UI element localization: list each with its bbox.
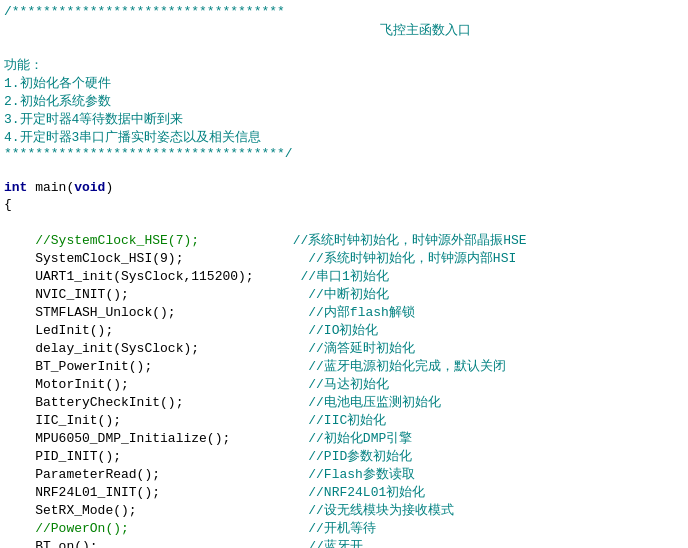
line-12-content: { [4,197,684,212]
code-line-18: STMFLASH_Unlock(); //内部flash解锁 [0,303,688,321]
code-line-23: BatteryCheckInit(); //电池电压监测初始化 [0,393,688,411]
line-29-content: SetRX_Mode(); //设无线模块为接收模式 [4,501,684,519]
line-20-content: delay_init(SysClock); //滴答延时初始化 [4,339,684,357]
code-lines: /*********************************** 飞控主… [0,4,688,548]
line-18-content: STMFLASH_Unlock(); //内部flash解锁 [4,303,684,321]
code-line-6: 2.初始化系统参数 [0,92,688,110]
code-line-17: NVIC_INIT(); //中断初始化 [0,285,688,303]
code-line-31: BT_on(); //蓝牙开 [0,537,688,548]
code-line-21: BT_PowerInit(); //蓝牙电源初始化完成，默认关闭 [0,357,688,375]
line-24-content: IIC_Init(); //IIC初始化 [4,411,684,429]
line-25-content: MPU6050_DMP_Initialize(); //初始化DMP引擎 [4,429,684,447]
line-22-content: MotorInit(); //马达初始化 [4,375,684,393]
line-15-content: SystemClock_HSI(9); //系统时钟初始化，时钟源内部HSI [4,249,684,267]
line-7-content: 3.开定时器4等待数据中断到来 [4,110,684,128]
line-8-content: 4.开定时器3串口广播实时姿态以及相关信息 [4,128,684,146]
code-container: /*********************************** 飞控主… [0,0,688,548]
code-line-12: { [0,197,688,214]
line-17-content: NVIC_INIT(); //中断初始化 [4,285,684,303]
line-11-content: int main(void) [4,180,684,195]
code-line-8: 4.开定时器3串口广播实时姿态以及相关信息 [0,128,688,146]
line-21-content: BT_PowerInit(); //蓝牙电源初始化完成，默认关闭 [4,357,684,375]
line-26-content: PID_INIT(); //PID参数初始化 [4,447,684,465]
line-27-content: ParameterRead(); //Flash参数读取 [4,465,684,483]
line-5-content: 1.初始化各个硬件 [4,74,684,92]
code-line-19: LedInit(); //IO初始化 [0,321,688,339]
code-line-25: MPU6050_DMP_Initialize(); //初始化DMP引擎 [0,429,688,447]
line-4-content: 功能： [4,56,684,74]
code-line-2: 飞控主函数入口 [0,21,688,39]
code-line-28: NRF24L01_INIT(); //NRF24L01初始化 [0,483,688,501]
code-line-22: MotorInit(); //马达初始化 [0,375,688,393]
code-line-27: ParameterRead(); //Flash参数读取 [0,465,688,483]
line-14-content: //SystemClock_HSE(7); //系统时钟初始化，时钟源外部晶振H… [4,231,684,249]
line-19-content: LedInit(); //IO初始化 [4,321,684,339]
line-28-content: NRF24L01_INIT(); //NRF24L01初始化 [4,483,684,501]
code-line-16: UART1_init(SysClock,115200); //串口1初始化 [0,267,688,285]
code-line-4: 功能： [0,56,688,74]
line-23-content: BatteryCheckInit(); //电池电压监测初始化 [4,393,684,411]
line-16-content: UART1_init(SysClock,115200); //串口1初始化 [4,267,684,285]
line-1-content: /*********************************** [4,4,684,19]
code-line-10 [0,163,688,180]
code-line-15: SystemClock_HSI(9); //系统时钟初始化，时钟源内部HSI [0,249,688,267]
line-30-content: //PowerOn(); //开机等待 [4,519,684,537]
code-line-20: delay_init(SysClock); //滴答延时初始化 [0,339,688,357]
line-6-content: 2.初始化系统参数 [4,92,684,110]
code-line-5: 1.初始化各个硬件 [0,74,688,92]
code-line-24: IIC_Init(); //IIC初始化 [0,411,688,429]
code-line-3 [0,39,688,56]
code-line-11: int main(void) [0,180,688,197]
line-9-content: ************************************/ [4,146,684,161]
code-line-26: PID_INIT(); //PID参数初始化 [0,447,688,465]
code-line-9: ************************************/ [0,146,688,163]
line-31-content: BT_on(); //蓝牙开 [4,537,684,548]
line-2-content: 飞控主函数入口 [4,21,684,39]
code-line-30: //PowerOn(); //开机等待 [0,519,688,537]
code-line-7: 3.开定时器4等待数据中断到来 [0,110,688,128]
code-line-1: /*********************************** [0,4,688,21]
code-line-13 [0,214,688,231]
code-line-14: //SystemClock_HSE(7); //系统时钟初始化，时钟源外部晶振H… [0,231,688,249]
code-line-29: SetRX_Mode(); //设无线模块为接收模式 [0,501,688,519]
